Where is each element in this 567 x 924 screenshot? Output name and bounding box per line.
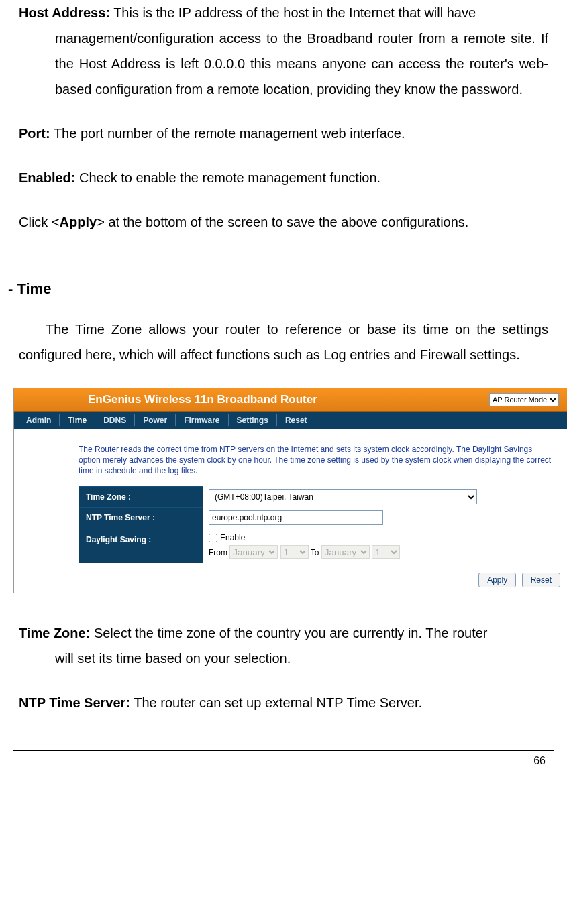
config-table: Time Zone : (GMT+08:00)Taipei, Taiwan NT… — [79, 486, 552, 564]
section-time-body: The Time Zone allows your router to refe… — [19, 316, 548, 367]
ds-enable-checkbox[interactable] — [209, 534, 217, 542]
def-enabled-text: Check to enable the remote management fu… — [79, 170, 380, 185]
apply-button[interactable]: Apply — [478, 573, 516, 587]
def-port: Port: The port number of the remote mana… — [19, 121, 548, 146]
router-title-bar: EnGenius Wireless 11n Broadband Router A… — [14, 388, 567, 412]
ds-to-day[interactable]: 1 — [372, 545, 400, 559]
ds-from-label: From — [209, 548, 227, 557]
apply-post: > at the bottom of the screen to save th… — [97, 215, 468, 229]
ds-from-month[interactable]: January — [229, 545, 278, 559]
def-host-text-rest: management/configuration access to the B… — [19, 25, 548, 102]
mode-select[interactable]: AP Router Mode — [489, 393, 559, 406]
tab-reset[interactable]: Reset — [277, 414, 315, 426]
tab-settings[interactable]: Settings — [229, 414, 277, 426]
def-host-text-first: This is the IP address of the host in th… — [113, 5, 476, 20]
def-timezone: Time Zone: Select the time zone of the c… — [19, 620, 548, 671]
ntp-input[interactable] — [209, 510, 383, 525]
tz-select[interactable]: (GMT+08:00)Taipei, Taiwan — [209, 489, 477, 504]
router-tab-bar: Admin Time DDNS Power Firmware Settings … — [14, 412, 567, 429]
router-desc: The Router reads the correct time from N… — [79, 444, 552, 477]
def-host-label: Host Address: — [19, 5, 110, 20]
footer-rule — [13, 750, 554, 751]
def-ntp-text: The router can set up external NTP Time … — [134, 695, 422, 710]
ds-block: Enable From January 1 To January 1 — [209, 531, 546, 561]
def-enabled: Enabled: Check to enable the remote mana… — [19, 165, 548, 190]
tab-ddns[interactable]: DDNS — [95, 414, 135, 426]
section-time-heading: - Time — [8, 280, 548, 298]
page-number: 66 — [19, 755, 548, 767]
apply-bold: Apply — [60, 215, 97, 229]
tab-power[interactable]: Power — [135, 414, 176, 426]
router-title: EnGenius Wireless 11n Broadband Router — [88, 393, 317, 406]
def-ntp: NTP Time Server: The router can set up e… — [19, 690, 548, 715]
ds-enable-text: Enable — [220, 533, 245, 542]
ds-from-day[interactable]: 1 — [280, 545, 309, 559]
def-ntp-label: NTP Time Server: — [19, 695, 130, 710]
router-ui-screenshot: EnGenius Wireless 11n Broadband Router A… — [13, 388, 567, 593]
def-port-text: The port number of the remote management… — [54, 126, 405, 141]
tz-row-label: Time Zone : — [79, 486, 203, 507]
def-port-label: Port: — [19, 126, 50, 141]
router-body: The Router reads the correct time from N… — [14, 429, 567, 566]
ntp-row-label: NTP Time Server : — [79, 507, 203, 528]
def-enabled-label: Enabled: — [19, 170, 75, 185]
tab-admin[interactable]: Admin — [18, 414, 60, 426]
reset-button[interactable]: Reset — [522, 573, 560, 587]
def-host: Host Address: This is the IP address of … — [19, 0, 548, 102]
def-tz-label: Time Zone: — [19, 626, 90, 640]
tab-firmware[interactable]: Firmware — [176, 414, 228, 426]
ds-to-label: To — [311, 548, 319, 557]
tab-time[interactable]: Time — [60, 414, 95, 426]
ds-to-month[interactable]: January — [321, 545, 370, 559]
apply-pre: Click < — [19, 215, 60, 229]
ds-row-label: Daylight Saving : — [79, 528, 203, 563]
button-row: Apply Reset — [14, 566, 567, 593]
apply-instruction: Click <Apply> at the bottom of the scree… — [19, 209, 548, 235]
